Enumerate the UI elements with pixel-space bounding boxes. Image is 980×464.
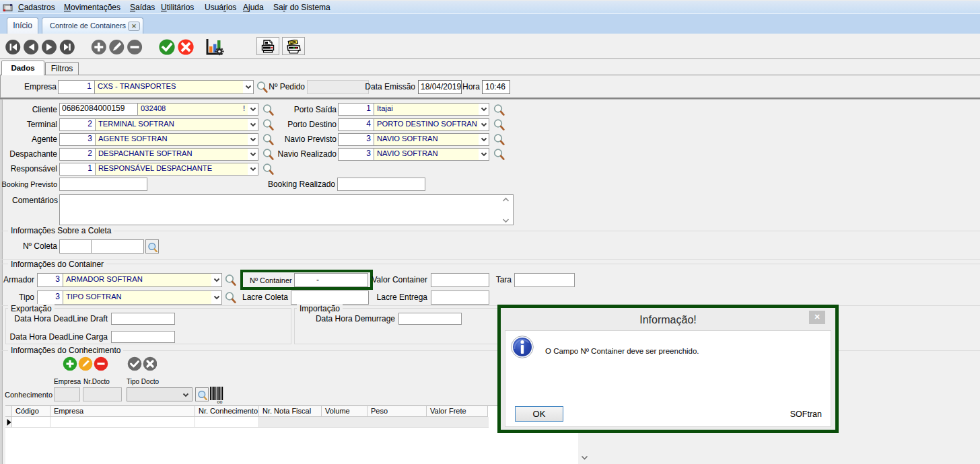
svg-text:oo: oo [217,399,223,404]
